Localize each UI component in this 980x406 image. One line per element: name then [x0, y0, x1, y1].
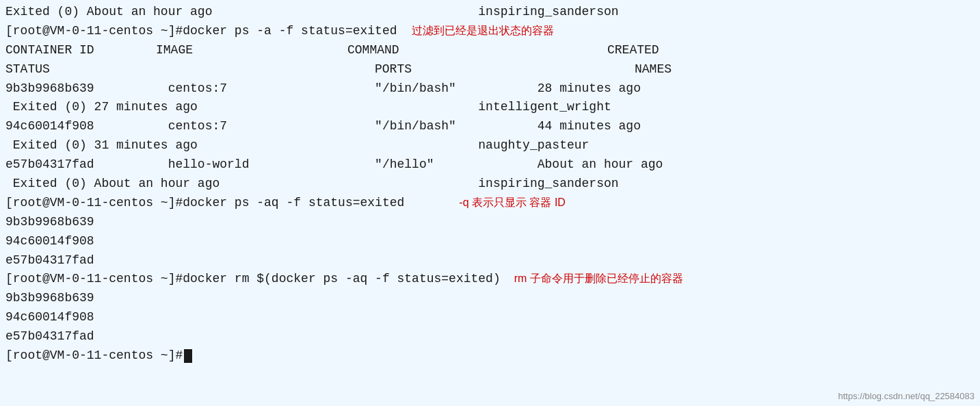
col-image: IMAGE: [156, 41, 347, 60]
table-header-2: STATUSPORTSNAMES: [5, 60, 975, 79]
col-container-id: CONTAINER ID: [5, 41, 156, 60]
col-names: NAMES: [635, 60, 672, 79]
bottom-link: https://blog.csdn.net/qq_22584083: [838, 390, 975, 403]
deleted-id-2: 94c60014f908: [5, 308, 975, 327]
col-ports: PORTS: [375, 60, 635, 79]
container-row-2a: 94c60014f908 centos:7 "/bin/bash" 44 min…: [5, 117, 975, 136]
id-output-2: 94c60014f908: [5, 232, 975, 251]
command-rm-text: docker rm $(docker ps -aq -f status=exit…: [183, 270, 500, 289]
command-text: docker ps -a -f status=exited: [183, 22, 397, 41]
container-row-1a: 9b3b9968b639 centos:7 "/bin/bash" 28 min…: [5, 79, 975, 99]
container-row-3b: Exited (0) About an hour ago inspiring_s…: [5, 175, 975, 194]
deleted-id-3: e57b04317fad: [5, 327, 975, 346]
annotation-q: -q 表示只显示 容器 ID: [459, 194, 566, 212]
command-q-text: docker ps -aq -f status=exited: [183, 194, 404, 213]
annotation-filter: 过滤到已经是退出状态的容器: [412, 23, 554, 40]
table-header: CONTAINER IDIMAGECOMMANDCREATED: [5, 41, 975, 60]
last-prompt-line: [root@VM-0-11-centos ~]#: [5, 346, 975, 366]
terminal-window: Exited (0) About an hour ago inspiring_s…: [0, 0, 980, 406]
container-row-3a: e57b04317fad hello-world "/hello" About …: [5, 155, 975, 175]
final-prompt: [root@VM-0-11-centos ~]#: [5, 346, 183, 366]
id-output-1: 9b3b9968b639: [5, 213, 975, 232]
line-cmd-filter: [root@VM-0-11-centos ~]# docker ps -a -f…: [5, 22, 975, 41]
line-cmd-rm: [root@VM-0-11-centos ~]# docker rm $(doc…: [5, 270, 975, 289]
deleted-id-1: 9b3b9968b639: [5, 289, 975, 308]
container-row-1b: Exited (0) 27 minutes ago intelligent_wr…: [5, 98, 975, 117]
annotation-rm: rm 子命令用于删除已经停止的容器: [514, 270, 683, 288]
container-row-2b: Exited (0) 31 minutes ago naughty_pasteu…: [5, 136, 975, 155]
col-command: COMMAND: [347, 41, 607, 60]
line-cmd-q: [root@VM-0-11-centos ~]# docker ps -aq -…: [5, 194, 975, 213]
col-status: STATUS: [5, 60, 375, 79]
line-scrolled-top: Exited (0) About an hour ago inspiring_s…: [5, 3, 975, 22]
id-output-3: e57b04317fad: [5, 251, 975, 270]
prompt: [root@VM-0-11-centos ~]#: [5, 22, 183, 41]
cursor: [184, 349, 192, 363]
prompt-2: [root@VM-0-11-centos ~]#: [5, 194, 183, 213]
col-created: CREATED: [607, 41, 659, 60]
prompt-3: [root@VM-0-11-centos ~]#: [5, 270, 183, 289]
